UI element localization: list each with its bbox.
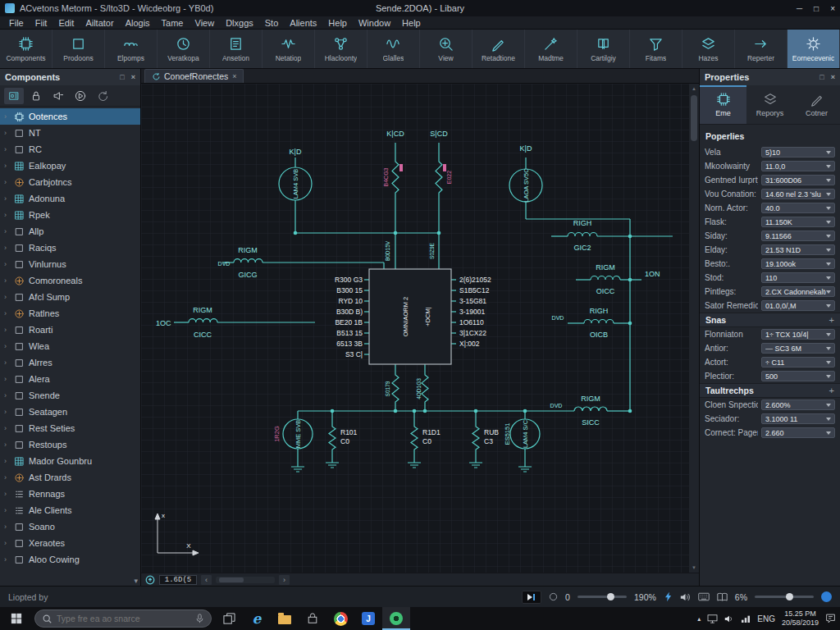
horizontal-scroll-thumb[interactable] (219, 578, 244, 582)
expand-icon[interactable]: › (4, 358, 10, 367)
toolbar-button-elpomps[interactable]: Elpomps (105, 30, 158, 68)
vertical-scroll-thumb[interactable] (691, 95, 697, 141)
mic-icon[interactable] (196, 614, 203, 623)
start-button[interactable] (0, 607, 33, 630)
menu-item-alogis[interactable]: Alogis (120, 16, 156, 29)
properties-tab-reporys[interactable]: Reporys (746, 85, 793, 124)
sidebar-item-wlea[interactable]: ›Wlea (0, 338, 140, 354)
play-tool-button[interactable] (71, 88, 90, 104)
add-button[interactable]: + (829, 386, 834, 395)
expand-icon[interactable]: › (4, 178, 10, 186)
zoom-slider-knob[interactable] (607, 593, 614, 600)
property-value-pintlegs[interactable]: 2.CX Cadonnekalte (761, 286, 835, 297)
dropdown-chevron-icon[interactable] (826, 290, 831, 294)
expand-icon[interactable]: › (4, 211, 10, 219)
menu-item-ailtator[interactable]: Ailtator (80, 16, 119, 29)
menu-item-help[interactable]: Help (322, 16, 353, 29)
sidebar-item-alera[interactable]: ›Alera (0, 371, 140, 387)
tab-schematic[interactable]: ConoefRonectes × (144, 69, 244, 83)
scroll-right-icon[interactable]: › (279, 575, 290, 585)
dropdown-chevron-icon[interactable] (826, 375, 831, 378)
sidebar-item-comoroneals[interactable]: ›Comoroneals (0, 272, 140, 289)
maximize-button[interactable]: □ (814, 4, 819, 13)
property-value-flonniaton[interactable]: 1÷ TCX 10/4| (761, 329, 835, 340)
toolbar-button-reperter[interactable]: Reperter (735, 30, 788, 68)
sidebar-item-ealkopay[interactable]: ›Ealkopay (0, 158, 140, 174)
sidebar-item-carbjotncs[interactable]: ›Carbjotncs (0, 174, 140, 190)
panel-close-icon[interactable]: × (131, 73, 135, 81)
display-icon[interactable] (707, 614, 718, 623)
expand-icon[interactable]: › (4, 555, 10, 564)
sidebar-item-seatagen[interactable]: ›Seatagen (0, 404, 140, 420)
board-tool-button[interactable] (4, 88, 24, 104)
expand-icon[interactable]: › (4, 293, 10, 301)
toolbar-button-prodoons[interactable]: Prodoons (52, 30, 105, 68)
property-value-besto[interactable]: 19.100ok (761, 258, 835, 269)
menu-item-help[interactable]: Help (396, 16, 427, 29)
properties-close-icon[interactable]: × (831, 73, 835, 81)
sidebar-item-roarti[interactable]: ›Roarti (0, 322, 140, 338)
property-value-vou-conation[interactable]: 14.60 nel 2.3 'slu (761, 189, 835, 199)
toolbar-button-cartilgiy[interactable]: Cartilgiy (578, 30, 630, 68)
sidebar-item-soano[interactable]: ›Soano (0, 518, 140, 535)
expand-icon[interactable]: › (4, 276, 10, 285)
toolbar-button-hazes[interactable]: Hazes (682, 30, 735, 68)
menu-item-view[interactable]: View (189, 16, 221, 29)
toolbar-button-eornecevenic[interactable]: Eornecevenic (788, 30, 840, 68)
add-button[interactable]: + (829, 315, 834, 325)
announce-tool-button[interactable] (48, 88, 68, 104)
expand-icon[interactable]: › (4, 424, 10, 432)
scroll-left-icon[interactable]: ‹ (201, 575, 212, 585)
dropdown-chevron-icon[interactable] (826, 404, 831, 407)
bolt-icon[interactable] (664, 591, 673, 602)
expand-icon[interactable]: › (4, 342, 10, 350)
expand-icon[interactable]: › (4, 194, 10, 203)
expand-icon[interactable]: › (4, 506, 10, 514)
dropdown-chevron-icon[interactable] (826, 333, 831, 336)
sidebar-item-rest-seties[interactable]: ›Rest Seties (0, 420, 140, 436)
expand-icon[interactable]: › (4, 539, 10, 547)
secondary-slider[interactable] (755, 596, 814, 598)
expand-icon[interactable]: › (4, 523, 10, 531)
property-value-flask[interactable]: 11.150K (761, 217, 835, 227)
volume-icon[interactable] (724, 614, 734, 623)
dropdown-chevron-icon[interactable] (826, 418, 831, 421)
language-indicator[interactable]: ENG (757, 614, 775, 623)
menu-item-edit[interactable]: Edit (52, 16, 80, 29)
schematic-canvas[interactable]: K|DK|CDS|CDK|DLAM4 SVBLAOA SV5CMME SVBLA… (141, 84, 689, 573)
app-chrome[interactable] (326, 607, 354, 630)
taskbar-search[interactable] (34, 609, 212, 628)
toolbar-button-ansetion[interactable]: Ansetion (210, 30, 262, 68)
expand-icon[interactable]: › (4, 162, 10, 170)
property-value-actort[interactable]: ÷ C11 (761, 357, 835, 368)
tab-close-icon[interactable]: × (232, 72, 236, 80)
toolbar-button-retadtione[interactable]: Retadtione (472, 30, 525, 68)
expand-icon[interactable]: › (4, 441, 10, 449)
property-value-sator-remedion[interactable]: 01.0,0/,M (761, 300, 835, 311)
menu-item-alients[interactable]: Alients (284, 16, 322, 29)
app-active-cad[interactable] (382, 607, 410, 630)
panel-float-icon[interactable]: □ (120, 73, 124, 81)
menu-item-window[interactable]: Window (353, 16, 396, 29)
sidebar-item-mador-gounbru[interactable]: ›Mador Gounbru (0, 453, 140, 469)
dropdown-chevron-icon[interactable] (826, 151, 831, 154)
property-value-siday[interactable]: 9.11566 (761, 231, 835, 241)
toolbar-button-veratkopa[interactable]: Veratkopa (158, 30, 210, 68)
toolbar-button-fitams[interactable]: Fitams (630, 30, 682, 68)
expand-icon[interactable]: › (4, 244, 10, 252)
dropdown-chevron-icon[interactable] (826, 221, 831, 224)
dropdown-chevron-icon[interactable] (826, 179, 831, 182)
dropdown-chevron-icon[interactable] (826, 304, 831, 308)
expand-icon[interactable]: › (4, 309, 10, 317)
dropdown-chevron-icon[interactable] (826, 235, 831, 238)
menu-item-dlxggs[interactable]: Dlxggs (220, 16, 259, 29)
sidebar-item-nt[interactable]: ›NT (0, 125, 140, 141)
properties-tab-eme[interactable]: Eme (700, 85, 746, 124)
dropdown-chevron-icon[interactable] (826, 262, 831, 266)
sidebar-item-ratlnes[interactable]: ›Ratlnes (0, 305, 140, 322)
sidebar-item-ale-clients[interactable]: ›Ale Clients (0, 502, 140, 518)
expand-icon[interactable]: › (4, 457, 10, 465)
property-value-antior[interactable]: — SC3 6M (761, 343, 835, 354)
canvas-horizontal-scrollbar[interactable] (216, 577, 275, 583)
app-edge[interactable]: e (243, 607, 271, 630)
